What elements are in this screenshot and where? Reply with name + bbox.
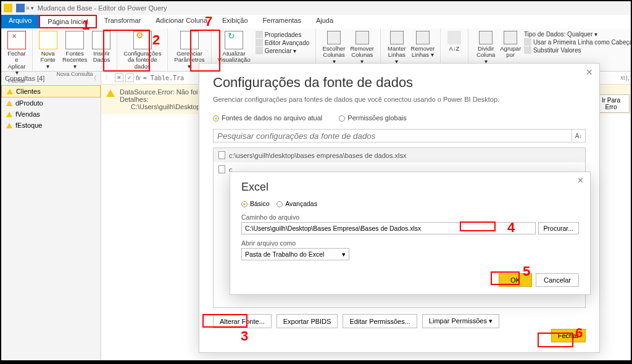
split-icon: [479, 31, 493, 44]
annotation-6: 6: [575, 325, 583, 341]
error-line3: C:\Users\guilh\Desktop\Ba: [120, 103, 210, 110]
query-clientes[interactable]: Clientes: [1, 85, 101, 97]
powerbi-icon: [4, 4, 12, 12]
remove-rows-button[interactable]: Remover Linhas ▾: [409, 30, 436, 60]
title-bar: ≡ ▾ Mudança de Base - Editor do Power Qu…: [1, 1, 631, 15]
query-fvendas[interactable]: fVendas: [1, 109, 101, 120]
tab-file[interactable]: Arquivo: [1, 15, 39, 28]
choose-columns-button[interactable]: Escolher Colunas ▾: [320, 30, 347, 66]
manage-button[interactable]: Gerenciar ▾: [256, 47, 310, 54]
dialog-title: Configurações da fonte de dados: [213, 75, 586, 91]
radio-basic[interactable]: Básico: [241, 200, 270, 207]
recent-sources-icon: [65, 31, 84, 49]
data-type-button[interactable]: Tipo de Dados: Qualquer ▾: [524, 31, 631, 38]
qat-dropdown[interactable]: ≡ ▾: [26, 5, 34, 11]
annotation-1: 1: [82, 17, 89, 33]
group-newquery: Nova Consulta: [57, 71, 93, 77]
expand-chevron[interactable]: 〉: [105, 73, 111, 82]
clear-permissions-button[interactable]: Limpar Permissões ▾: [422, 314, 499, 328]
query-festoque[interactable]: fEstoque: [1, 120, 101, 131]
export-pbids-button[interactable]: Exportar PBIDS: [276, 314, 338, 328]
sort-icon: [447, 31, 461, 44]
ribbon-tabs: Arquivo Página Inicial Transformar Adici…: [1, 15, 631, 28]
annotation-5: 5: [523, 263, 530, 279]
warning-icon: [106, 89, 115, 97]
file-icon: [218, 165, 225, 173]
annotation-7: 7: [205, 14, 212, 30]
enter-data-icon: [92, 31, 110, 49]
choose-cols-icon: [327, 31, 341, 44]
tab-view[interactable]: Exibição: [215, 15, 256, 28]
annotation-2: 2: [152, 32, 160, 48]
open-as-combo[interactable]: Pasta de Trabalho do Excel▾: [241, 248, 349, 260]
params-icon: [180, 31, 199, 49]
edit-permissions-button[interactable]: Editar Permissões...: [343, 314, 417, 328]
keep-rows-icon: [390, 31, 404, 44]
keep-rows-button[interactable]: Manter Linhas ▾: [385, 30, 409, 66]
editor-icon: [256, 39, 263, 46]
remove-rows-icon: [416, 31, 430, 44]
window-title: Mudança de Base - Editor do Power Query: [38, 4, 167, 12]
warning-icon: [6, 123, 12, 128]
remove-columns-button[interactable]: Remover Colunas ▾: [348, 30, 376, 66]
formula-text[interactable]: = Table.Tra: [143, 75, 184, 81]
first-row-header-button[interactable]: Usar a Primeira Linha como Cabeçalho ▾: [524, 38, 631, 46]
warning-icon: [6, 112, 12, 117]
close-apply-button[interactable]: Fechar e Aplicar ▾: [5, 30, 28, 78]
queries-panel: Consultas [4] 〈 Clientes dProduto fVenda…: [1, 72, 101, 360]
remove-cols-icon: [356, 31, 369, 44]
query-dproduto[interactable]: dProduto: [1, 97, 101, 109]
search-input[interactable]: [214, 130, 572, 142]
radio-global-perms[interactable]: Permissões globais: [339, 114, 406, 122]
change-source-button[interactable]: Alterar Fonte...: [213, 314, 272, 328]
warning-icon: [6, 101, 12, 106]
sort-button[interactable]: A↓Z: [444, 30, 464, 53]
properties-button[interactable]: Propriedades: [256, 31, 310, 38]
group-close: Fechar: [8, 78, 25, 84]
excel-dialog-title: Excel: [241, 181, 579, 194]
close-icon[interactable]: ✕: [586, 67, 593, 77]
annotation-4: 4: [507, 220, 515, 236]
new-source-button[interactable]: Nova Fonte ▾: [36, 30, 59, 71]
chevron-down-icon: ▾: [342, 250, 346, 258]
radio-advanced[interactable]: Avançadas: [276, 200, 317, 207]
file-path-input[interactable]: [241, 222, 536, 234]
properties-icon: [256, 31, 263, 38]
tab-help[interactable]: Ajuda: [309, 15, 341, 28]
tab-transform[interactable]: Transformar: [97, 15, 149, 28]
groupby-icon: [504, 31, 517, 44]
manage-icon: [256, 47, 263, 54]
sort-button[interactable]: A↓: [572, 130, 585, 142]
warning-icon: [7, 89, 13, 94]
replace-values-button[interactable]: Substituir Valores: [524, 46, 631, 54]
annotation-3: 3: [241, 328, 248, 344]
openas-label: Abrir arquivo como: [241, 239, 579, 247]
split-column-button[interactable]: Dividir Coluna ▾: [472, 30, 500, 66]
replace-icon: [524, 46, 531, 54]
close-icon[interactable]: ✕: [577, 176, 584, 185]
group-by-button[interactable]: Agrupar por: [499, 30, 521, 60]
radio-current-file[interactable]: Fontes de dados no arquivo atual: [213, 114, 322, 122]
gear-icon: [133, 31, 152, 49]
cancel-button[interactable]: Cancelar: [536, 273, 579, 287]
browse-button[interactable]: Procurar...: [538, 222, 579, 234]
header-icon: [524, 38, 531, 46]
new-source-icon: [39, 31, 57, 49]
path-label: Caminho do arquivo: [241, 213, 579, 221]
dialog-subtitle: Gerenciar configurações para fontes de d…: [213, 96, 586, 103]
enter-data-button[interactable]: Inserir Dados: [90, 30, 113, 65]
save-icon[interactable]: [16, 4, 25, 12]
formula-cancel[interactable]: ✕: [115, 73, 123, 82]
excel-source-dialog: ✕ Excel Básico Avançadas Caminho do arqu…: [230, 172, 591, 295]
formula-commit[interactable]: ✓: [125, 73, 134, 82]
close-apply-icon: [7, 31, 26, 49]
fx-label: fx: [136, 75, 141, 81]
error-line2: Detalhes:: [120, 96, 210, 103]
recent-sources-button[interactable]: Fontes Recentes ▾: [59, 30, 89, 71]
file-icon: [218, 151, 225, 159]
refresh-icon: [225, 31, 243, 49]
error-line1: DataSource.Error: Não foi po: [120, 88, 210, 96]
data-source-item[interactable]: c:\users\guilh\desktop\bases empresa\bas…: [214, 148, 585, 162]
advanced-editor-button[interactable]: Editor Avançado: [256, 39, 310, 46]
tab-tools[interactable]: Ferramentas: [256, 15, 309, 28]
